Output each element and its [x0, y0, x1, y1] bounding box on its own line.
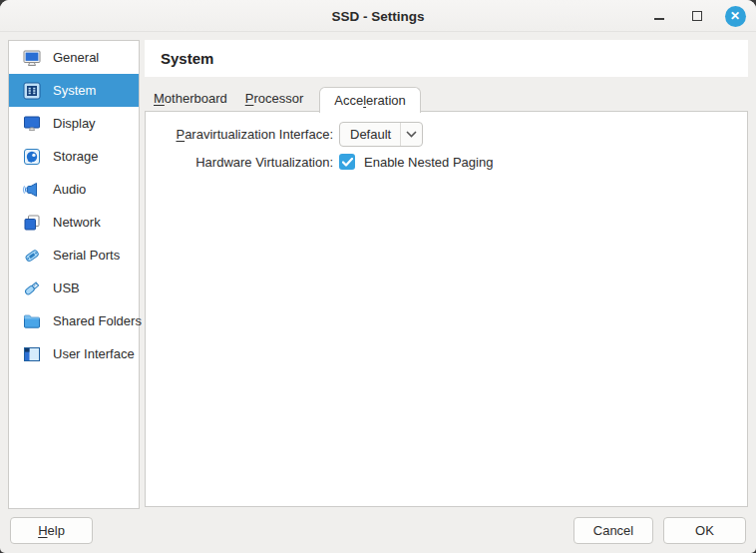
settings-category-list: General System Display	[8, 40, 140, 509]
sidebar-item-network[interactable]: Network	[9, 206, 139, 239]
nested-paging-checkbox[interactable]	[339, 154, 355, 170]
checkmark-icon	[342, 158, 353, 167]
user-interface-icon	[22, 344, 42, 364]
ok-button[interactable]: OK	[663, 517, 746, 544]
nested-paging-checkbox-label[interactable]: Enable Nested Paging	[364, 155, 493, 170]
sidebar-item-general[interactable]: General	[9, 41, 139, 74]
titlebar: SSD - Settings ✕	[0, 0, 756, 32]
acceleration-panel: Paravirtualization Interface: Default Ha…	[145, 111, 748, 507]
system-icon	[22, 81, 42, 101]
system-tabs: Motherboard Processor Acceleration	[145, 86, 748, 112]
tab-acceleration[interactable]: Acceleration	[319, 87, 421, 113]
display-icon	[22, 114, 42, 134]
combo-selected-value: Default	[340, 123, 400, 146]
sidebar-item-label: User Interface	[53, 346, 135, 361]
maximize-button[interactable]	[686, 5, 708, 27]
sidebar-item-system[interactable]: System	[9, 74, 139, 107]
maximize-icon	[692, 11, 702, 21]
audio-icon	[22, 180, 42, 200]
paravirtualization-interface-label: Paravirtualization Interface:	[156, 127, 333, 142]
shared-folders-icon	[22, 311, 42, 331]
sidebar-item-label: Storage	[53, 149, 99, 164]
sidebar-item-display[interactable]: Display	[9, 107, 139, 140]
sidebar-item-usb[interactable]: USB	[9, 272, 139, 304]
sidebar-item-label: Shared Folders	[53, 313, 142, 328]
page-header: System	[145, 40, 748, 77]
window-controls: ✕	[648, 0, 746, 32]
page-title: System	[145, 50, 213, 67]
network-icon	[22, 213, 42, 233]
minimize-button[interactable]	[648, 5, 670, 27]
sidebar-item-label: Network	[53, 215, 101, 230]
sidebar-item-audio[interactable]: Audio	[9, 173, 139, 206]
tab-processor[interactable]: Processor	[243, 91, 306, 112]
chevron-down-icon	[400, 123, 422, 146]
window-title: SSD - Settings	[331, 8, 424, 23]
storage-icon	[22, 147, 42, 167]
cancel-button[interactable]: Cancel	[573, 517, 653, 544]
hardware-virtualization-label: Hardware Virtualization:	[156, 155, 333, 170]
sidebar-item-label: USB	[53, 280, 80, 295]
sidebar-item-label: General	[53, 50, 99, 65]
settings-dialog: SSD - Settings ✕ General	[0, 0, 756, 553]
sidebar-item-shared-folders[interactable]: Shared Folders	[9, 304, 139, 337]
tab-motherboard[interactable]: Motherboard	[152, 91, 229, 112]
sidebar-item-user-interface[interactable]: User Interface	[9, 337, 139, 370]
sidebar-item-serial-ports[interactable]: Serial Ports	[9, 239, 139, 272]
sidebar-item-label: System	[53, 83, 96, 98]
close-button[interactable]: ✕	[724, 5, 746, 27]
sidebar-item-label: Audio	[53, 182, 86, 197]
sidebar-item-label: Display	[53, 116, 96, 131]
general-icon	[22, 48, 42, 68]
help-button[interactable]: Help	[10, 517, 93, 544]
dialog-actions: Cancel OK	[573, 517, 746, 544]
usb-icon	[22, 278, 42, 298]
minimize-icon	[654, 18, 664, 20]
sidebar-item-storage[interactable]: Storage	[9, 140, 139, 173]
paravirtualization-interface-select[interactable]: Default	[339, 122, 423, 147]
close-icon: ✕	[725, 6, 746, 27]
serial-ports-icon	[22, 246, 42, 266]
sidebar-item-label: Serial Ports	[53, 248, 120, 263]
